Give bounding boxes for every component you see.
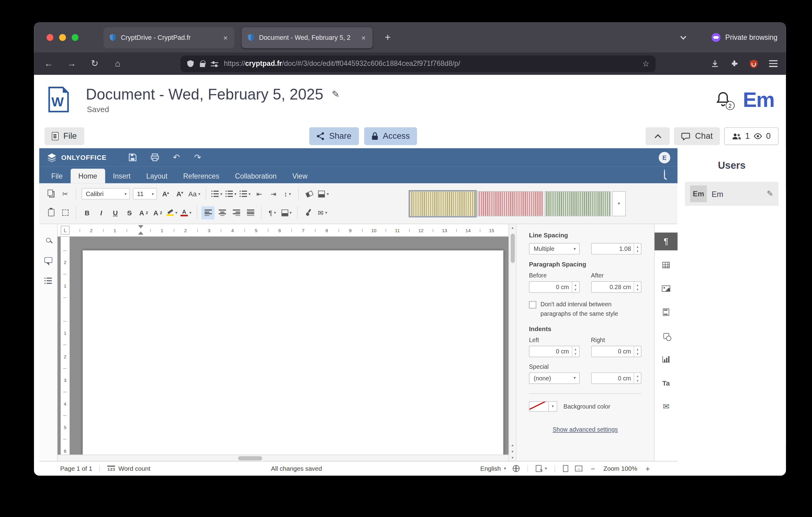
- horizontal-scroll-thumb[interactable]: [238, 456, 262, 460]
- extensions-puzzle-icon[interactable]: [730, 60, 738, 68]
- menu-tab-references[interactable]: References: [175, 169, 227, 184]
- font-color-button[interactable]: A▾: [180, 206, 193, 219]
- redo-icon[interactable]: ↷: [194, 153, 201, 162]
- tracking-protection-shield-icon[interactable]: [187, 60, 194, 68]
- notifications-bell[interactable]: 2: [715, 91, 732, 108]
- left-indent-marker[interactable]: [138, 229, 143, 235]
- multilevel-list-button[interactable]: ▾: [239, 187, 252, 200]
- edit-name-pencil-icon[interactable]: ✎: [767, 189, 774, 198]
- indent-left-input[interactable]: 0 cm▴▾: [529, 346, 579, 357]
- maximize-window-button[interactable]: [71, 34, 78, 41]
- line-spacing-amount-input[interactable]: 1.08▴▾: [591, 243, 642, 254]
- advanced-settings-link[interactable]: Show advanced settings: [529, 426, 642, 433]
- list-all-tabs-button[interactable]: [676, 30, 691, 45]
- styles-gallery-more-button[interactable]: ▾: [612, 191, 626, 216]
- document-title[interactable]: Document - Wed, February 5, 2025: [86, 86, 323, 103]
- set-language-globe-icon[interactable]: [513, 465, 520, 472]
- chart-settings-tab[interactable]: [654, 350, 678, 368]
- line-spacing-button[interactable]: ↕▾: [281, 187, 294, 200]
- mail-merge-button[interactable]: ✉▾: [316, 206, 329, 219]
- cut-button[interactable]: ✂: [59, 187, 72, 200]
- copy-style-button[interactable]: [302, 206, 315, 219]
- subscript-button[interactable]: A2: [151, 206, 164, 219]
- increase-font-button[interactable]: A▴: [159, 187, 172, 200]
- ublock-icon[interactable]: [750, 59, 758, 68]
- line-spacing-select[interactable]: Multiple▾: [529, 243, 579, 254]
- select-all-button[interactable]: [59, 206, 72, 219]
- editor-search-icon[interactable]: [664, 170, 673, 183]
- paste-button[interactable]: [45, 206, 58, 219]
- bullets-button[interactable]: ▾: [210, 187, 223, 200]
- browser-tab-document[interactable]: Document - Wed, February 5, 2 ×: [242, 27, 373, 48]
- menu-tab-collaboration[interactable]: Collaboration: [227, 169, 284, 184]
- find-search-icon[interactable]: [46, 238, 51, 242]
- user-avatar-initials[interactable]: Em: [743, 88, 774, 111]
- share-button[interactable]: Share: [309, 128, 359, 145]
- zoom-out-button[interactable]: −: [589, 464, 597, 472]
- decrease-indent-button[interactable]: ⇤: [253, 187, 266, 200]
- align-left-button[interactable]: [201, 206, 214, 219]
- style-preview-3[interactable]: [545, 191, 610, 216]
- copy-button[interactable]: [45, 187, 58, 200]
- spell-check-button[interactable]: ▾: [536, 465, 547, 472]
- spinner-buttons[interactable]: ▴▾: [634, 244, 641, 254]
- scroll-up-button[interactable]: ▲: [511, 224, 514, 232]
- mail-merge-settings-tab[interactable]: ✉: [654, 398, 678, 415]
- checkbox[interactable]: [529, 301, 536, 308]
- vertical-scrollbar[interactable]: ▲ ▲ ▼ ▼: [509, 224, 516, 461]
- spinner-buttons[interactable]: ▴▾: [634, 373, 641, 383]
- scroll-down-button[interactable]: ▼: [511, 456, 514, 459]
- decrease-font-button[interactable]: A▾: [173, 187, 186, 200]
- menu-tab-layout[interactable]: Layout: [138, 169, 175, 184]
- menu-tab-view[interactable]: View: [285, 169, 315, 184]
- menu-hamburger-icon[interactable]: [769, 60, 777, 67]
- italic-button[interactable]: I: [95, 206, 108, 219]
- back-button[interactable]: ←: [42, 58, 55, 69]
- underline-button[interactable]: U: [109, 206, 122, 219]
- document-page[interactable]: [83, 250, 503, 461]
- word-count-button[interactable]: Word count: [118, 465, 150, 472]
- paragraph-settings-tab[interactable]: ¶: [654, 233, 678, 250]
- horizontal-scrollbar[interactable]: [58, 455, 509, 461]
- header-footer-settings-tab[interactable]: [654, 303, 678, 321]
- home-button[interactable]: ⌂: [111, 58, 124, 69]
- fit-page-button[interactable]: [563, 465, 569, 472]
- zoom-level[interactable]: Zoom 100%: [603, 465, 637, 472]
- new-tab-button[interactable]: +: [380, 30, 396, 45]
- spinner-buttons[interactable]: ▴▾: [634, 282, 641, 292]
- browser-tab-cryptdrive[interactable]: CryptDrive - CryptPad.fr ×: [104, 27, 235, 48]
- special-amount-input[interactable]: 0 cm▴▾: [591, 372, 642, 384]
- indent-right-input[interactable]: 0 cm▴▾: [591, 346, 642, 357]
- nonprinting-characters-button[interactable]: ¶▾: [266, 206, 279, 219]
- permissions-icon[interactable]: [211, 61, 218, 67]
- zoom-in-button[interactable]: +: [644, 464, 651, 472]
- no-interval-checkbox-row[interactable]: Don't add interval between paragraphs of…: [529, 300, 642, 319]
- next-page-button[interactable]: ▼: [511, 450, 514, 453]
- spacing-after-input[interactable]: 0.28 cm▴▾: [591, 281, 642, 293]
- access-button[interactable]: Access: [364, 128, 417, 145]
- style-preview-2[interactable]: [477, 191, 543, 216]
- previous-page-button[interactable]: ▲: [511, 443, 514, 446]
- language-select[interactable]: English▾: [480, 465, 506, 472]
- close-window-button[interactable]: [47, 34, 53, 41]
- horizontal-ruler[interactable]: L 21123456789101112131415: [58, 224, 509, 237]
- image-settings-tab[interactable]: [654, 280, 678, 297]
- tab-stop-selector[interactable]: L: [61, 226, 69, 235]
- background-color-swatch[interactable]: [529, 401, 549, 411]
- save-icon[interactable]: [128, 154, 137, 161]
- bookmark-star-icon[interactable]: ☆: [642, 59, 649, 68]
- style-preview-1[interactable]: [410, 191, 475, 216]
- tab-close-icon[interactable]: ×: [360, 33, 367, 42]
- justify-button[interactable]: [244, 206, 257, 219]
- menu-tab-home[interactable]: Home: [70, 169, 105, 184]
- numbering-button[interactable]: ▾: [225, 187, 238, 200]
- highlight-color-button[interactable]: ▾: [165, 206, 178, 219]
- font-size-select[interactable]: 11▾: [133, 188, 157, 200]
- downloads-icon[interactable]: [711, 60, 719, 68]
- background-color-dropdown[interactable]: ▾: [549, 401, 557, 411]
- editor-user-avatar[interactable]: E: [659, 152, 670, 163]
- url-text[interactable]: https://cryptpad.fr/doc/#/3/doc/edit/ff0…: [224, 60, 636, 68]
- menu-tab-insert[interactable]: Insert: [105, 169, 138, 184]
- collapse-toolbar-button[interactable]: [646, 128, 670, 145]
- textart-settings-tab[interactable]: Ta: [654, 374, 678, 392]
